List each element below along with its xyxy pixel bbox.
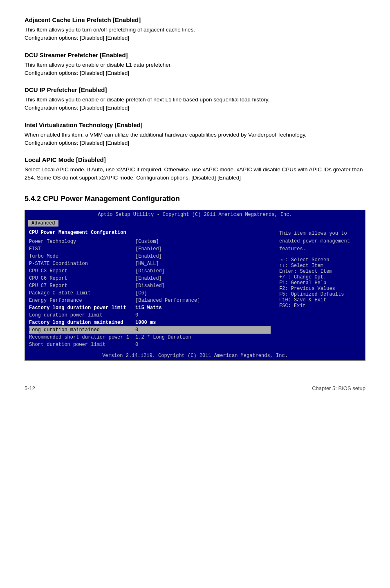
bios-row-value: 0 [135, 312, 209, 319]
bios-nav-item: ↑↓: Select Item [279, 263, 361, 269]
bios-row-key: Power Technology [29, 238, 135, 245]
bios-row-key: CPU C7 Report [29, 282, 135, 290]
bios-left-panel: CPU Power Management Confguration Power … [25, 227, 275, 351]
bios-row-value: [C6] [135, 290, 209, 297]
bios-row[interactable]: Long duration power limit0 [29, 312, 271, 319]
bios-row-value: [Disabled] [135, 282, 209, 290]
bios-right-panel: This item allows you toenabled power man… [275, 227, 365, 351]
bios-row-value: [Disabled] [135, 267, 209, 275]
section-body: This Item allows you to enable or disabl… [25, 96, 365, 112]
bios-help-text: This item allows you toenabled power man… [279, 230, 361, 254]
bios-row[interactable]: Turbo Mode[Enabled] [29, 253, 271, 260]
bios-row-value: 0 [135, 326, 209, 334]
bios-tab-advanced[interactable]: Advanced [28, 220, 58, 227]
bios-nav-item: →←: Select Screen [279, 257, 361, 263]
bios-row-key: P-STATE Coordination [29, 260, 135, 267]
bios-section-title: CPU Power Management Confguration [29, 230, 271, 236]
bios-row-key: CPU C6 Report [29, 275, 135, 282]
section-title: Intel Virtualization Technology [Enabled… [25, 121, 365, 128]
bios-row-value: 0 [135, 341, 209, 348]
bios-row-value: 1.2 * Long Duration [135, 334, 209, 341]
section-intel-vt: Intel Virtualization Technology [Enabled… [25, 121, 365, 148]
page-footer: 5-12 Chapter 5: BIOS setup [25, 385, 365, 391]
bios-row-value: [HW_ALL] [135, 260, 209, 267]
bios-row[interactable]: CPU C7 Report[Disabled] [29, 282, 271, 290]
bios-row-key: Package C State limit [29, 290, 135, 297]
bios-row-key: Long duration power limit [29, 312, 135, 319]
bios-row-value: 1000 ms [135, 319, 209, 326]
bios-nav-item: F2: Previous Values [279, 286, 361, 292]
bios-row[interactable]: Short duration power limit0 [29, 341, 271, 348]
bios-nav-item: F1: General Help [279, 280, 361, 286]
bios-row[interactable]: Factory long duration maintained1000 ms [29, 319, 271, 326]
bios-footer: Version 2.14.1219. Copyright (C) 2011 Am… [25, 351, 365, 360]
bios-row[interactable]: Energy Performance[Balanced Performance] [29, 297, 271, 304]
bios-row-key: Recommended short duration power 1 [29, 334, 135, 341]
chapter-title: 5.4.2 CPU Power Management Configuration [25, 195, 365, 203]
bios-row-value: [Custom] [135, 238, 209, 245]
section-body: This Item allows you to turn on/off pref… [25, 26, 365, 43]
bios-row-value: [Enabled] [135, 275, 209, 282]
bios-row-value: [Enabled] [135, 245, 209, 253]
bios-row[interactable]: Factory long duration power limit115 Wat… [29, 304, 271, 312]
bios-row[interactable]: EIST[Enabled] [29, 245, 271, 253]
bios-row[interactable]: Long duration maintained0 [29, 326, 271, 334]
bios-row-key: CPU C3 Report [29, 267, 135, 275]
bios-row-key: Short duration power limit [29, 341, 135, 348]
bios-tab-bar: Advanced [25, 219, 365, 227]
section-title: Local APIC Mode [Disabled] [25, 156, 365, 163]
bios-nav-item: F10: Save & Exit [279, 297, 361, 303]
bios-row[interactable]: P-STATE Coordination[HW_ALL] [29, 260, 271, 267]
bios-row[interactable]: Power Technology[Custom] [29, 238, 271, 245]
section-title: Adjacent Cache Line Prefetch [Enabled] [25, 16, 365, 23]
bios-row-key: Turbo Mode [29, 253, 135, 260]
bios-row[interactable]: Package C State limit[C6] [29, 290, 271, 297]
section-body: Select Local APIC mode. If Auto, use x2A… [25, 166, 365, 182]
bios-row-value: 115 Watts [135, 304, 209, 312]
bios-row[interactable]: CPU C3 Report[Disabled] [29, 267, 271, 275]
bios-nav-item: F5: Optimized Defaults [279, 292, 361, 297]
section-title: DCU Streamer Prefetcher [Enabled] [25, 52, 365, 58]
bios-row[interactable]: Recommended short duration power 11.2 * … [29, 334, 271, 341]
bios-nav-item: ESC: Exit [279, 303, 361, 309]
section-title: DCU IP Prefetcher [Enabled] [25, 86, 365, 93]
bios-row-key: EIST [29, 245, 135, 253]
chapter-label: Chapter 5: BIOS setup [312, 385, 365, 391]
section-adjacent-cache: Adjacent Cache Line Prefetch [Enabled]Th… [25, 16, 365, 43]
bios-nav-item: Enter: Select Item [279, 269, 361, 274]
bios-row-value: [Enabled] [135, 253, 209, 260]
bios-nav-item: +/-: Change Opt. [279, 274, 361, 280]
page-number: 5-12 [25, 385, 35, 391]
bios-header: Aptio Setup Utility - Copyright (C) 2011… [25, 210, 365, 219]
bios-row-key: Factory long duration power limit [29, 304, 135, 312]
bios-row-value: [Balanced Performance] [135, 297, 209, 304]
section-local-apic: Local APIC Mode [Disabled]Select Local A… [25, 156, 365, 182]
bios-row[interactable]: CPU C6 Report[Enabled] [29, 275, 271, 282]
bios-row-key: Factory long duration maintained [29, 319, 135, 326]
section-body: This Item allows you to enable or disabl… [25, 61, 365, 78]
bios-nav: →←: Select Screen↑↓: Select ItemEnter: S… [279, 257, 361, 309]
section-dcu-ip: DCU IP Prefetcher [Enabled]This Item all… [25, 86, 365, 112]
section-body: When enabled this item, a VMM can utiliz… [25, 131, 365, 148]
bios-body: CPU Power Management Confguration Power … [25, 227, 365, 351]
bios-screenshot: Aptio Setup Utility - Copyright (C) 2011… [25, 210, 365, 361]
bios-row-key: Long duration maintained [29, 326, 135, 334]
bios-row-key: Energy Performance [29, 297, 135, 304]
section-dcu-streamer: DCU Streamer Prefetcher [Enabled]This It… [25, 52, 365, 78]
